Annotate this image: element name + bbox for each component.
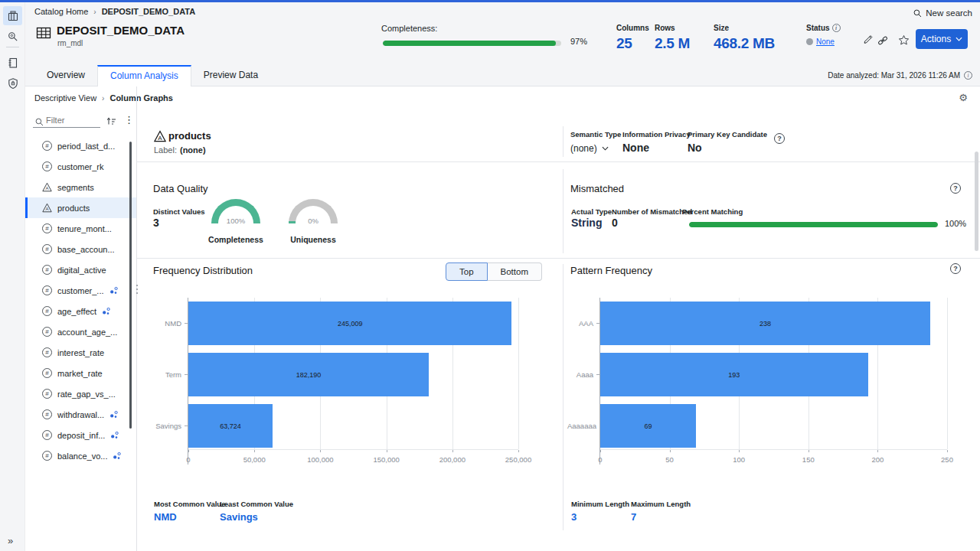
sidebar-item-customer_[interactable]: #customer_... [25, 280, 136, 301]
x-tick-label: 200,000 [439, 455, 466, 464]
numeric-type-icon: # [42, 223, 52, 233]
edit-pencil-button[interactable] [863, 33, 874, 44]
actions-button[interactable]: Actions [916, 29, 968, 49]
ml-insight-icon [110, 431, 119, 439]
toggle-top-button[interactable]: Top [446, 262, 488, 281]
sidebar-item-period_last_d[interactable]: #period_last_d... [25, 135, 136, 156]
sidebar-item-account_age_[interactable]: #account_age_... [25, 321, 136, 342]
date-analyzed-info-icon[interactable]: i [964, 71, 972, 80]
main-scrollbar[interactable] [975, 152, 978, 251]
sidebar-item-tenure_mont[interactable]: #tenure_mont... [25, 218, 136, 239]
divider [563, 126, 564, 157]
bar-Term: 182,190 [188, 353, 429, 396]
metadata-discovery-button[interactable] [3, 27, 22, 46]
bar-value-label: 182,190 [296, 371, 322, 379]
content-area: Descriptive View › Column Graphs ⚙ ⋮ #pe… [25, 86, 980, 551]
ml-insight-icon [102, 307, 110, 315]
pencil-icon [863, 33, 874, 44]
chevron-down-icon [956, 37, 962, 41]
category-label: Aaaaaaa [567, 422, 596, 430]
column-item-label: customer_rk [57, 162, 104, 171]
bar-Aaaa: 193 [600, 353, 868, 396]
status-link[interactable]: None [806, 37, 841, 46]
sidebar-item-market_rate[interactable]: #market_rate [25, 363, 136, 383]
sidebar-item-interest_rate[interactable]: #interest_rate [25, 342, 136, 363]
uniqueness-gauge-label: Uniqueness [266, 235, 361, 244]
filter-input[interactable] [33, 113, 100, 128]
sidebar-item-rate_gap_vs_[interactable]: #rate_gap_vs_... [25, 383, 136, 404]
governance-nav-button[interactable] [3, 73, 22, 93]
completeness-gauge: 100% [211, 199, 260, 223]
notebook-nav-button[interactable] [3, 53, 22, 72]
divider [137, 258, 980, 259]
tab-column-analysis[interactable]: Column Analysis [97, 65, 191, 86]
breadcrumb-separator: › [102, 94, 104, 103]
sidebar-item-balance_vo[interactable]: #balance_vo... [25, 445, 136, 466]
least-common-value-stat: Least Common Value Savings [220, 500, 293, 523]
gear-icon[interactable]: ⚙ [959, 92, 968, 103]
svg-text:A: A [158, 135, 162, 142]
numeric-type-icon: # [42, 306, 52, 316]
numeric-type-icon: # [42, 285, 52, 295]
column-item-label: customer_... [57, 286, 104, 295]
stat-size: Size 468.2 MB [714, 24, 775, 52]
sidebar-item-products[interactable]: Aproducts [25, 197, 136, 218]
sidebar-item-base_accoun[interactable]: #base_accoun... [25, 239, 136, 259]
numeric-type-icon: # [42, 430, 52, 440]
link-button[interactable] [877, 35, 889, 46]
view-breadcrumb: Descriptive View › Column Graphs [34, 93, 173, 103]
tab-overview[interactable]: Overview [34, 65, 97, 86]
breadcrumb-descriptive-view[interactable]: Descriptive View [34, 93, 96, 103]
toggle-bottom-button[interactable]: Bottom [488, 262, 542, 281]
sidebar-scrollbar[interactable] [129, 142, 132, 429]
expand-rail-chevrons[interactable]: » [8, 535, 13, 546]
chain-link-icon [877, 35, 889, 46]
completeness-value: 97% [570, 37, 587, 46]
column-item-label: interest_rate [57, 348, 104, 357]
status-info-icon[interactable]: i [832, 24, 841, 32]
sidebar-item-withdrawal[interactable]: #withdrawal... [25, 404, 136, 425]
breadcrumb-catalog-home[interactable]: Catalog Home [34, 7, 88, 16]
help-icon[interactable]: ? [774, 133, 785, 144]
svg-text:A: A [45, 186, 48, 191]
panel-resize-handle[interactable] [134, 280, 140, 298]
catalog-nav-button[interactable] [3, 6, 22, 25]
chevron-down-icon [602, 146, 609, 151]
percent-matching-fill [689, 222, 938, 227]
column-item-label: account_age_... [57, 328, 117, 337]
actual-type-label: Actual Type [571, 207, 612, 216]
breadcrumb-current-asset: DEPOSIT_DEMO_DATA [102, 7, 195, 16]
frequency-distribution-title: Frequency Distribution [153, 265, 253, 276]
x-tick-label: 250,000 [505, 455, 531, 464]
sidebar-item-deposit_inf[interactable]: #deposit_inf... [25, 425, 136, 445]
pattern-frequency-title: Pattern Frequency [570, 265, 652, 276]
help-icon[interactable]: ? [950, 183, 961, 194]
tab-preview-data[interactable]: Preview Data [191, 65, 270, 86]
sidebar-item-digital_active[interactable]: #digital_active [25, 259, 136, 280]
tab-bar: Overview Column Analysis Preview Data Da… [25, 65, 980, 86]
category-label: Term [165, 370, 181, 379]
numeric-type-icon: # [42, 244, 52, 254]
overflow-menu-icon[interactable]: ⋮ [124, 114, 134, 126]
new-search-button[interactable]: New search [913, 8, 972, 18]
x-tick-label: 50 [665, 455, 674, 464]
help-icon[interactable]: ? [950, 263, 961, 274]
favorite-star-button[interactable] [898, 34, 910, 46]
semantic-type-dropdown[interactable]: (none) [570, 143, 621, 154]
percent-matching-label: Percent Matching [682, 207, 743, 216]
sidebar-item-segments[interactable]: Asegments [25, 177, 136, 197]
sidebar-item-age_effect[interactable]: #age_effect [25, 301, 136, 321]
status-block: Status i None [806, 24, 841, 46]
sort-button[interactable] [106, 116, 116, 126]
completeness-label: Completeness: [381, 24, 437, 33]
ml-insight-icon [109, 410, 118, 419]
date-analyzed: Date analyzed: Mar 31, 2026 11:26 AM i [828, 71, 972, 80]
bar-value-label: 238 [760, 320, 771, 328]
information-privacy-block: Information Privacy None [622, 130, 691, 154]
notebook-icon [7, 57, 19, 69]
numeric-type-icon: # [42, 389, 52, 399]
numeric-type-icon: # [42, 368, 52, 378]
governance-shield-icon [7, 77, 19, 90]
percent-matching-bar [689, 222, 938, 227]
sidebar-item-customer_rk[interactable]: #customer_rk [25, 156, 136, 177]
